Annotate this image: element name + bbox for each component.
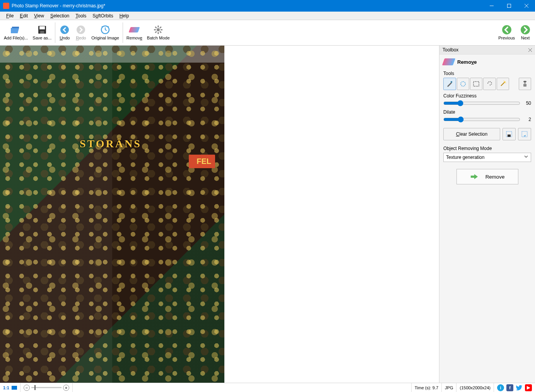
marker-tool[interactable] bbox=[443, 78, 456, 90]
menu-help[interactable]: Help bbox=[116, 12, 132, 20]
color-fuzziness-slider[interactable] bbox=[443, 100, 520, 106]
remove-label: Remove bbox=[126, 36, 142, 41]
remove-toolbar-button[interactable]: Remove bbox=[124, 21, 145, 44]
save-selection-button[interactable] bbox=[503, 128, 516, 140]
window-controls bbox=[483, 0, 535, 12]
undo-icon bbox=[60, 25, 70, 35]
info-icon[interactable]: i bbox=[497, 384, 504, 391]
previous-button[interactable]: Previous bbox=[496, 21, 517, 44]
original-image-button[interactable]: Original Image bbox=[89, 21, 121, 44]
selection-buttons-row: Clear Selection bbox=[443, 128, 531, 140]
object-removing-mode-label: Object Removing Mode bbox=[443, 146, 531, 151]
redo-label: Redo bbox=[76, 36, 86, 41]
status-spacer bbox=[72, 383, 411, 392]
panel-title: Remove bbox=[443, 58, 531, 65]
menu-selection[interactable]: Selection bbox=[47, 12, 72, 20]
svg-rect-14 bbox=[158, 32, 159, 34]
clear-selection-button[interactable]: Clear Selection bbox=[443, 128, 500, 140]
object-removing-mode-select[interactable]: Texture generation bbox=[443, 153, 531, 162]
rect-select-tool[interactable] bbox=[470, 78, 482, 90]
svg-rect-25 bbox=[451, 81, 452, 83]
toolbar: Add File(s)... Save as... Undo Redo Orig… bbox=[0, 20, 535, 46]
add-files-icon bbox=[11, 25, 21, 35]
svg-point-22 bbox=[521, 25, 530, 34]
save-as-button[interactable]: Save as... bbox=[30, 21, 54, 44]
zoom-ratio[interactable]: 1:1 bbox=[3, 385, 9, 390]
load-selection-button[interactable] bbox=[518, 128, 531, 140]
social-links: i f ▶ bbox=[494, 383, 535, 392]
status-time: Time (s): 9.7 bbox=[411, 383, 441, 392]
app-icon bbox=[3, 3, 9, 9]
photo-door bbox=[64, 146, 164, 356]
original-image-label: Original Image bbox=[91, 36, 119, 41]
dilate-slider-row: 2 bbox=[443, 116, 531, 123]
menu-file[interactable]: File bbox=[3, 12, 17, 20]
save-as-label: Save as... bbox=[32, 36, 51, 41]
svg-rect-13 bbox=[158, 26, 159, 27]
remove-button[interactable]: Remove bbox=[456, 169, 518, 184]
undo-label: Undo bbox=[60, 36, 70, 41]
toolbox-title: Toolbox bbox=[443, 47, 528, 53]
toolbar-separator bbox=[123, 22, 123, 43]
clone-stamp-tool[interactable] bbox=[519, 78, 531, 90]
photo-fel-sign: FEL bbox=[189, 155, 215, 168]
arrow-right-icon bbox=[470, 173, 479, 180]
maximize-button[interactable] bbox=[500, 0, 518, 12]
svg-point-26 bbox=[461, 82, 465, 86]
svg-rect-19 bbox=[155, 26, 157, 29]
titlebar: Photo Stamp Remover - merry-christmas.jp… bbox=[0, 0, 535, 12]
zoom-slider[interactable] bbox=[31, 387, 62, 388]
lasso-select-tool[interactable] bbox=[483, 78, 496, 90]
next-label: Next bbox=[521, 36, 530, 41]
color-fuzziness-label: Color Fuzziness bbox=[443, 93, 531, 99]
dilate-label: Dilate bbox=[443, 109, 531, 115]
svg-rect-8 bbox=[40, 31, 44, 34]
svg-rect-5 bbox=[12, 27, 19, 28]
eraser-icon bbox=[442, 58, 456, 65]
twitter-icon[interactable] bbox=[516, 384, 523, 391]
dilate-slider[interactable] bbox=[443, 116, 520, 123]
color-fuzziness-value: 50 bbox=[523, 101, 531, 106]
image-preview[interactable]: STORĀNS FEL bbox=[0, 46, 224, 383]
toolbar-spacer bbox=[172, 21, 496, 44]
menu-tools[interactable]: Tools bbox=[72, 12, 89, 20]
undo-button[interactable]: Undo bbox=[56, 21, 73, 44]
toolbox-panel: Toolbox Remove Tools Color Fuzziness bbox=[439, 46, 535, 383]
freeform-select-tool[interactable] bbox=[457, 78, 469, 90]
close-button[interactable] bbox=[518, 0, 535, 12]
svg-point-10 bbox=[77, 26, 85, 34]
redo-icon bbox=[76, 25, 86, 35]
menu-softorbits[interactable]: SoftOrbits bbox=[89, 12, 116, 20]
svg-rect-16 bbox=[161, 29, 162, 31]
photo-sign-text: STORĀNS bbox=[80, 138, 142, 150]
fit-to-screen-icon[interactable] bbox=[12, 386, 17, 390]
previous-icon bbox=[502, 25, 512, 35]
toolbox-close-icon[interactable] bbox=[528, 48, 532, 52]
add-files-button[interactable]: Add File(s)... bbox=[2, 21, 30, 44]
next-icon bbox=[520, 25, 530, 35]
next-button[interactable]: Next bbox=[517, 21, 533, 44]
color-fuzziness-slider-row: 50 bbox=[443, 100, 531, 106]
minimize-button[interactable] bbox=[483, 0, 500, 12]
menu-view[interactable]: View bbox=[31, 12, 47, 20]
dilate-value: 2 bbox=[523, 117, 531, 122]
gear-icon bbox=[153, 25, 163, 35]
window-title: Photo Stamp Remover - merry-christmas.jp… bbox=[12, 3, 483, 9]
tools-row bbox=[443, 78, 531, 90]
zoom-ratio-cell: 1:1 bbox=[0, 383, 20, 392]
zoom-in-button[interactable]: + bbox=[63, 385, 69, 391]
svg-rect-20 bbox=[159, 31, 162, 33]
svg-point-21 bbox=[502, 25, 511, 34]
svg-rect-17 bbox=[159, 26, 162, 29]
canvas-area[interactable]: STORĀNS FEL bbox=[0, 46, 439, 383]
zoom-out-button[interactable]: − bbox=[24, 385, 30, 391]
menu-edit[interactable]: Edit bbox=[17, 12, 31, 20]
youtube-icon[interactable]: ▶ bbox=[525, 384, 532, 391]
magic-wand-tool[interactable] bbox=[497, 78, 509, 90]
facebook-icon[interactable]: f bbox=[506, 384, 513, 391]
batch-mode-button[interactable]: Batch Mode bbox=[145, 21, 172, 44]
svg-rect-27 bbox=[473, 82, 479, 86]
statusbar: 1:1 − + Time (s): 9.7 JPG (1500x2000x24)… bbox=[0, 383, 535, 392]
redo-button[interactable]: Redo bbox=[73, 21, 89, 44]
main-area: STORĀNS FEL Toolbox Remove Tools bbox=[0, 46, 535, 383]
